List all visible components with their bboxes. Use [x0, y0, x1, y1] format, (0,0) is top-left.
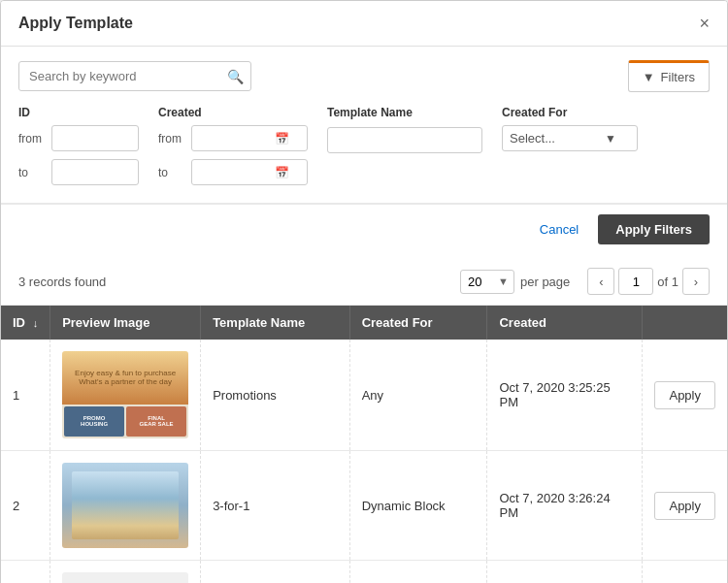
- created-from-date-wrap: 📅: [191, 125, 308, 151]
- col-preview-label: Preview Image: [62, 315, 149, 330]
- page-number-input[interactable]: [618, 268, 653, 295]
- created-to-row: to 📅: [158, 159, 308, 185]
- row-template-name: column-lists: [201, 561, 350, 584]
- pagination: ‹ of 1 ›: [587, 268, 710, 295]
- templates-table: ID ↓ Preview Image Template Name Created…: [1, 306, 727, 583]
- row-created-for: Any: [349, 340, 487, 451]
- row-created: Oct 7, 2020 3:26:24 PM: [487, 451, 643, 561]
- records-found: 3 records found: [18, 275, 450, 289]
- row-preview: [50, 561, 201, 584]
- template-name-filter-label: Template Name: [327, 106, 482, 119]
- sort-desc-icon: ↓: [33, 317, 39, 329]
- row-template-name: Promotions: [201, 340, 350, 451]
- modal-title: Apply Template: [18, 15, 133, 32]
- table-row: 3 column-listsProductOct 7, 2020 3:28:18…: [1, 561, 727, 584]
- filters-button-label: Filters: [661, 70, 695, 84]
- created-to-label: to: [158, 166, 185, 179]
- row-created-for: Dynamic Block: [349, 451, 487, 561]
- row-preview: Enjoy easy & fun to purchaseWhat's a par…: [50, 340, 201, 451]
- col-header-created-for: Created For: [349, 306, 487, 340]
- created-for-select-wrap: Select... Any Product Dynamic Block ▼: [502, 125, 638, 151]
- col-header-created: Created: [487, 306, 643, 340]
- col-created-label: Created: [499, 315, 546, 330]
- template-name-filter-group: Template Name: [327, 106, 482, 157]
- calendar-icon-from: 📅: [275, 132, 302, 146]
- search-input[interactable]: [18, 61, 251, 91]
- per-page-select[interactable]: 20 30 50 100: [460, 270, 514, 294]
- created-to-date-wrap: 📅: [191, 159, 308, 185]
- table-controls: 3 records found 20 30 50 100 ▼ per page …: [1, 258, 727, 306]
- row-created: Oct 7, 2020 3:28:18 PM: [487, 561, 643, 584]
- search-box: 🔍: [18, 61, 251, 91]
- row-id: 3: [1, 561, 50, 584]
- per-page-wrap: 20 30 50 100 ▼ per page: [460, 270, 570, 294]
- filters-actions: Cancel Apply Filters: [1, 205, 727, 258]
- created-from-label: from: [158, 132, 185, 146]
- calendar-icon-to: 📅: [275, 166, 302, 179]
- created-filter-group: Created from 📅 to 📅: [158, 106, 308, 189]
- apply-filters-button[interactable]: Apply Filters: [598, 214, 710, 244]
- table-row: 1 Enjoy easy & fun to purchaseWhat's a p…: [1, 340, 727, 451]
- id-from-row: from: [18, 125, 139, 151]
- id-filter-label: ID: [18, 106, 139, 119]
- table-row: 2 3-for-1Dynamic BlockOct 7, 2020 3:26:2…: [1, 451, 727, 561]
- table-header-row: ID ↓ Preview Image Template Name Created…: [1, 306, 727, 340]
- close-button[interactable]: ×: [699, 15, 710, 32]
- created-filter-label: Created: [158, 106, 308, 119]
- apply-button[interactable]: Apply: [654, 381, 715, 409]
- row-id: 1: [1, 340, 50, 451]
- col-created-for-label: Created For: [362, 315, 433, 330]
- id-filter-group: ID from to: [18, 106, 139, 189]
- cancel-button[interactable]: Cancel: [530, 216, 588, 243]
- col-header-action: [643, 306, 727, 340]
- id-to-row: to: [18, 159, 139, 185]
- prev-page-button[interactable]: ‹: [587, 268, 614, 295]
- filters-panel: ID from to Created from 📅: [1, 92, 727, 205]
- created-from-row: from 📅: [158, 125, 308, 151]
- created-for-filter-group: Created For Select... Any Product Dynami…: [502, 106, 638, 155]
- row-apply-cell: Apply: [643, 561, 727, 584]
- col-header-preview: Preview Image: [50, 306, 201, 340]
- filter-icon: ▼: [643, 70, 655, 84]
- id-from-label: from: [18, 132, 46, 146]
- id-from-input[interactable]: [51, 125, 139, 151]
- apply-template-modal: Apply Template × 🔍 ▼ Filters ID from to: [0, 0, 728, 583]
- col-template-name-label: Template Name: [213, 315, 305, 330]
- row-apply-cell: Apply: [643, 451, 727, 561]
- per-page-select-wrap: 20 30 50 100 ▼: [460, 270, 514, 294]
- filters-row: ID from to Created from 📅: [18, 106, 710, 189]
- col-header-id[interactable]: ID ↓: [1, 306, 50, 340]
- row-template-name: 3-for-1: [201, 451, 350, 561]
- row-created: Oct 7, 2020 3:25:25 PM: [487, 340, 643, 451]
- filters-toggle-button[interactable]: ▼ Filters: [628, 60, 710, 92]
- id-to-label: to: [18, 166, 46, 179]
- created-for-filter-label: Created For: [502, 106, 638, 119]
- row-apply-cell: Apply: [643, 340, 727, 451]
- row-preview: [50, 451, 201, 561]
- apply-button[interactable]: Apply: [654, 492, 715, 520]
- template-name-row: [327, 125, 482, 153]
- next-page-button[interactable]: ›: [682, 268, 710, 295]
- per-page-label: per page: [520, 275, 570, 289]
- row-created-for: Product: [349, 561, 487, 584]
- created-for-row: Select... Any Product Dynamic Block ▼: [502, 125, 638, 151]
- search-filters-row: 🔍 ▼ Filters: [1, 47, 727, 92]
- search-icon: 🔍: [227, 69, 244, 84]
- col-id-label: ID: [13, 315, 25, 330]
- id-to-input[interactable]: [51, 159, 139, 185]
- modal-header: Apply Template ×: [1, 1, 727, 47]
- page-total: of 1: [657, 275, 678, 289]
- row-id: 2: [1, 451, 50, 561]
- col-header-template-name: Template Name: [201, 306, 350, 340]
- template-name-input[interactable]: [327, 127, 482, 153]
- created-for-select[interactable]: Select... Any Product Dynamic Block: [502, 125, 638, 151]
